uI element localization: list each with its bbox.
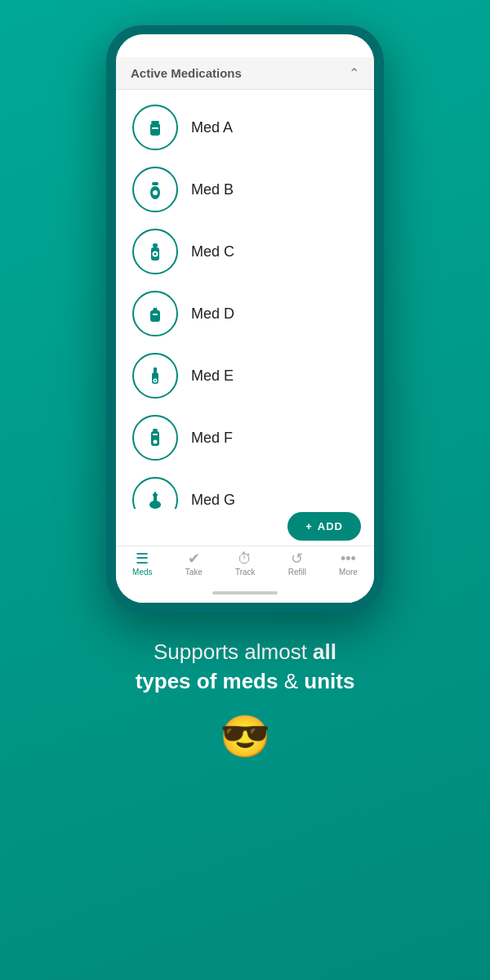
track-icon: ⏱ xyxy=(238,551,252,566)
list-item[interactable]: Med B xyxy=(129,158,361,220)
med-icon-circle-g xyxy=(132,477,178,509)
add-label: ADD xyxy=(318,520,343,532)
svg-rect-13 xyxy=(153,314,158,315)
list-item[interactable]: Med G xyxy=(129,469,361,509)
svg-rect-3 xyxy=(152,182,158,185)
chevron-down-icon[interactable]: ⌃ xyxy=(349,65,359,81)
svg-rect-18 xyxy=(153,429,158,431)
svg-rect-2 xyxy=(152,127,158,129)
med-name-f: Med F xyxy=(191,430,233,447)
phone-frame: Active Medications ⌃ Med A xyxy=(106,24,384,612)
home-bar xyxy=(212,591,278,595)
meds-icon: ☰ xyxy=(136,551,149,566)
tab-take[interactable]: ✔ Take xyxy=(185,551,203,577)
svg-rect-6 xyxy=(153,243,158,247)
bottom-area: + ADD ☰ Meds ✔ Take ⏱ Track xyxy=(116,509,374,603)
tab-refill[interactable]: ↺ Refill xyxy=(288,551,306,577)
more-label: More xyxy=(339,568,358,577)
track-label: Track xyxy=(235,568,256,577)
refill-icon: ↺ xyxy=(291,551,303,566)
more-icon: ••• xyxy=(341,551,356,566)
support-line1: Supports almost xyxy=(154,639,313,664)
support-bold1: all xyxy=(313,639,336,664)
med-name-c: Med C xyxy=(191,243,234,261)
med-name-b: Med B xyxy=(191,181,234,198)
tab-more[interactable]: ••• More xyxy=(339,551,358,577)
med-icon-circle-b xyxy=(132,167,178,212)
support-plain2: & xyxy=(278,669,304,693)
app-header: Active Medications ⌃ xyxy=(116,57,374,90)
add-button[interactable]: + ADD xyxy=(287,512,361,541)
phone-screen: Active Medications ⌃ Med A xyxy=(116,34,374,603)
list-item[interactable]: Med D xyxy=(129,283,361,345)
med-icon-circle-d xyxy=(132,291,178,336)
svg-marker-12 xyxy=(154,305,157,308)
svg-rect-0 xyxy=(151,121,159,123)
med-list: Med A Med B xyxy=(116,90,374,509)
med-icon-circle-e xyxy=(132,353,178,399)
bottom-text-section: Supports almost all types of meds & unit… xyxy=(111,637,380,760)
svg-point-9 xyxy=(154,253,157,256)
med-icon-circle-a xyxy=(132,105,178,150)
med-name-e: Med E xyxy=(191,368,234,385)
med-name-d: Med D xyxy=(191,305,234,323)
emoji-icon: 😎 xyxy=(136,713,355,760)
svg-rect-10 xyxy=(150,310,160,322)
med-name-a: Med A xyxy=(191,119,233,136)
home-indicator xyxy=(116,583,374,603)
svg-rect-20 xyxy=(153,434,158,435)
app-header-title: Active Medications xyxy=(131,66,242,80)
take-icon: ✔ xyxy=(188,551,200,566)
list-item[interactable]: Med A xyxy=(129,96,361,158)
tab-meds[interactable]: ☰ Meds xyxy=(132,551,152,577)
list-item[interactable]: Med C xyxy=(129,220,361,283)
refill-label: Refill xyxy=(288,568,306,577)
list-item[interactable]: Med E xyxy=(129,345,361,407)
status-bar xyxy=(116,34,374,57)
tab-track[interactable]: ⏱ Track xyxy=(235,551,256,577)
tab-bar: ☰ Meds ✔ Take ⏱ Track ↺ Refill xyxy=(116,546,374,583)
svg-rect-1 xyxy=(150,123,160,136)
support-text: Supports almost all types of meds & unit… xyxy=(136,637,355,697)
plus-icon: + xyxy=(305,520,313,532)
med-icon-circle-f xyxy=(132,415,178,461)
support-bold-units: units xyxy=(304,669,354,693)
med-name-g: Med G xyxy=(191,492,235,509)
svg-rect-25 xyxy=(154,492,156,495)
meds-label: Meds xyxy=(132,568,152,577)
svg-point-17 xyxy=(154,380,156,381)
svg-point-21 xyxy=(154,440,158,444)
phone-wrapper: Active Medications ⌃ Med A xyxy=(106,24,384,612)
take-label: Take xyxy=(185,568,203,577)
support-bold-meds: types of meds xyxy=(136,669,278,693)
list-item[interactable]: Med F xyxy=(129,407,361,469)
add-btn-row: + ADD xyxy=(116,509,374,546)
svg-point-5 xyxy=(153,190,158,195)
svg-rect-14 xyxy=(154,368,157,372)
med-icon-circle-c xyxy=(132,229,178,274)
